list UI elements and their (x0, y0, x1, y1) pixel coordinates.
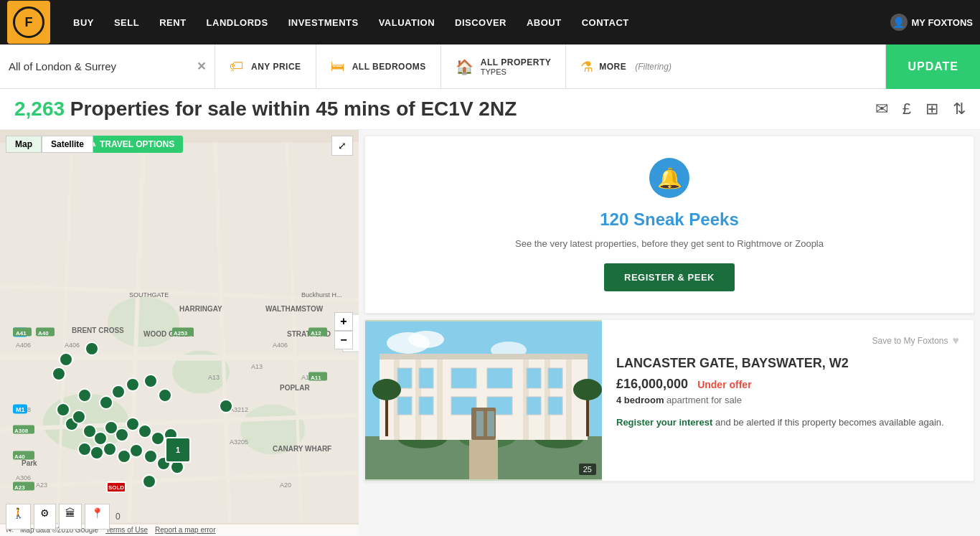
price-icon[interactable]: £ (903, 100, 911, 118)
nav-buy[interactable]: BUY (65, 13, 103, 32)
map-pin[interactable] (99, 395, 113, 410)
my-foxtons-label: MY FOXTONS (912, 17, 973, 28)
svg-rect-74 (437, 357, 443, 440)
property-card: 25 Save to My Foxtons ♥ LANCASTER GATE, … (364, 319, 974, 481)
foxtons-logo[interactable]: F (7, 1, 50, 44)
svg-rect-92 (487, 411, 494, 436)
svg-point-95 (372, 379, 401, 400)
travel-options-button[interactable]: ✎ TRAVEL OPTIONS (80, 136, 183, 153)
map-pin[interactable] (115, 428, 129, 442)
map-pin[interactable] (143, 374, 158, 388)
svg-text:A11: A11 (311, 375, 321, 381)
main-content: A406 A308 A306 A406 A406 A23 A20 A3212 A… (0, 130, 980, 535)
price-value: £16,000,000 (616, 377, 688, 391)
map-pin[interactable] (151, 431, 165, 446)
email-alerts-icon[interactable]: ✉ (875, 100, 888, 118)
bed-icon: 🛏 (331, 58, 345, 75)
svg-rect-77 (566, 357, 572, 440)
tools-icon[interactable]: ⚙ (34, 504, 56, 530)
save-heart-icon[interactable]: ♥ (953, 334, 960, 347)
svg-text:A40: A40 (38, 330, 49, 337)
map-cluster-pin[interactable]: 1 (165, 437, 191, 463)
search-bar: ✕ 🏷 ANY PRICE 🛏 ALL BEDROOMS 🏠 ALL PROPE… (0, 44, 980, 89)
main-nav: BUY SELL RENT LANDLORDS INVESTMENTS VALU… (57, 13, 890, 32)
zoom-out-button[interactable]: − (334, 331, 353, 349)
save-row: Save to My Foxtons ♥ (616, 334, 959, 347)
results-header: 2,263 Properties for sale within 45 mins… (0, 89, 980, 130)
update-button[interactable]: UPDATE (886, 44, 980, 89)
nav-rent[interactable]: RENT (151, 13, 194, 32)
svg-rect-81 (487, 368, 512, 388)
zoom-in-button[interactable]: + (334, 312, 353, 331)
register-interest-link[interactable]: Register your interest (616, 417, 712, 428)
more-filter[interactable]: ⚗ MORE (Filtering) (566, 44, 886, 89)
map-pin[interactable] (90, 446, 104, 460)
svg-text:CANARY WHARF: CANARY WHARF (273, 445, 331, 453)
svg-text:BRENT CROSS: BRENT CROSS (72, 326, 124, 334)
map-pin[interactable] (111, 385, 126, 399)
nav-contact[interactable]: CONTACT (573, 13, 638, 32)
map-pin[interactable] (126, 377, 140, 392)
property-title[interactable]: LANCASTER GATE, BAYSWATER, W2 (616, 356, 959, 371)
bedrooms-filter[interactable]: 🛏 ALL BEDROOMS (316, 44, 441, 89)
nav-about[interactable]: ABOUT (518, 13, 570, 32)
my-foxtons-button[interactable]: 👤 MY FOXTONS (890, 14, 973, 31)
map-pin[interactable] (138, 424, 152, 438)
nav-sell[interactable]: SELL (105, 13, 148, 32)
user-icon: 👤 (890, 14, 908, 31)
map-pin[interactable] (158, 388, 172, 403)
sort-icon[interactable]: ⇅ (953, 100, 966, 118)
map-pin[interactable] (129, 443, 143, 458)
search-input[interactable] (9, 60, 197, 72)
pedestrian-icon[interactable]: 🚶 (6, 504, 31, 530)
svg-text:A306: A306 (16, 474, 31, 481)
street-view-icon[interactable]: 🏛 (59, 504, 82, 530)
svg-text:M1: M1 (16, 406, 25, 413)
svg-rect-93 (380, 354, 588, 359)
bedrooms-filter-label: ALL BEDROOMS (352, 62, 426, 72)
gallery-view-icon[interactable]: ⊞ (925, 100, 938, 118)
map-pin[interactable] (59, 352, 73, 367)
map-pin[interactable] (72, 410, 86, 424)
map-tab[interactable]: Map (6, 136, 42, 153)
map-pin[interactable] (103, 442, 117, 456)
svg-point-97 (573, 379, 602, 400)
svg-text:WALTHAMSTOW: WALTHAMSTOW (265, 305, 324, 313)
map-pin[interactable] (52, 367, 66, 381)
map-view-tabs: Map Satellite (6, 136, 93, 153)
map-bottom-controls: 🚶 ⚙ 🏛 📍 0 (6, 504, 123, 530)
svg-text:POPLAR: POPLAR (280, 384, 310, 392)
nav-discover[interactable]: DISCOVER (446, 13, 515, 32)
svg-text:A3205: A3205 (230, 438, 248, 446)
report-map-error-link[interactable]: Report a map error (155, 526, 215, 534)
house-icon: 🏠 (456, 58, 473, 75)
price-tag-icon: 🏷 (230, 58, 244, 75)
map-pin[interactable] (85, 342, 99, 356)
svg-rect-82 (527, 368, 541, 388)
property-image[interactable]: 25 (365, 320, 602, 481)
svg-text:HARRINGAY: HARRINGAY (179, 305, 222, 313)
map-pin[interactable] (143, 449, 158, 464)
sold-pin[interactable]: SOLD (106, 481, 126, 493)
nav-landlords[interactable]: LANDLORDS (198, 13, 277, 32)
location-pin-icon[interactable]: 📍 (85, 504, 110, 530)
map-pin[interactable] (219, 399, 233, 413)
map-pin[interactable] (77, 388, 92, 403)
nav-valuation[interactable]: VALUATION (370, 13, 443, 32)
svg-rect-88 (527, 397, 541, 415)
clear-search-button[interactable]: ✕ (197, 60, 206, 73)
location-filter[interactable]: ✕ (0, 44, 215, 89)
nav-investments[interactable]: INVESTMENTS (280, 13, 367, 32)
map-container: A406 A308 A306 A406 A406 A23 A20 A3212 A… (0, 130, 359, 535)
map-pin[interactable] (142, 474, 156, 489)
svg-text:SOUTHGATE: SOUTHGATE (129, 291, 169, 298)
expand-map-button[interactable]: ⤢ (331, 136, 353, 156)
satellite-tab[interactable]: Satellite (42, 136, 93, 153)
price-filter[interactable]: 🏷 ANY PRICE (215, 44, 316, 89)
register-peek-button[interactable]: REGISTER & PEEK (604, 263, 735, 291)
svg-rect-85 (419, 397, 433, 415)
property-type-filter[interactable]: 🏠 ALL PROPERTY TYPES (441, 44, 566, 89)
map-pin[interactable] (56, 403, 70, 417)
property-note: Register your interest and be alerted if… (616, 417, 959, 428)
nav-right: 👤 MY FOXTONS (890, 14, 973, 31)
